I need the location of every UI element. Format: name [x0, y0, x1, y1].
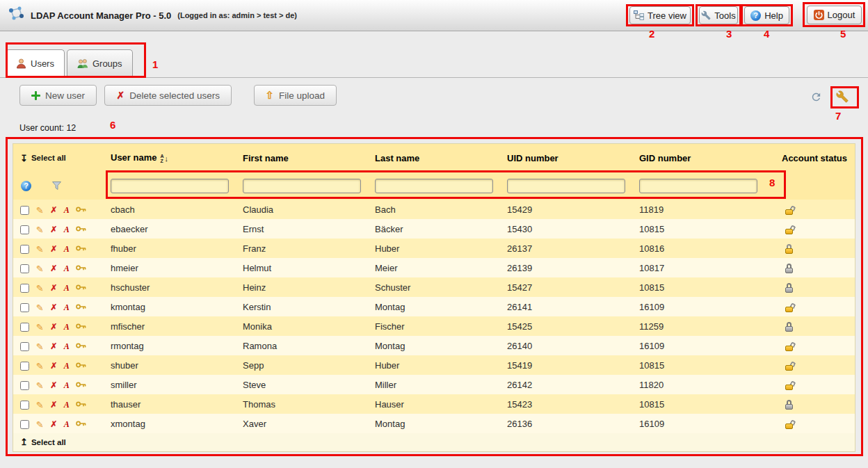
select-all-top[interactable]: ↧ Select all [20, 153, 66, 163]
delete-user-icon[interactable]: ✗ [50, 225, 57, 234]
row-checkbox[interactable] [20, 284, 29, 293]
logout-button[interactable]: Logout [807, 6, 862, 24]
password-key-icon[interactable] [76, 420, 86, 429]
password-key-icon[interactable] [76, 245, 86, 254]
row-checkbox[interactable] [20, 225, 29, 234]
account-status-icon[interactable] [784, 302, 795, 312]
password-key-icon[interactable] [76, 342, 86, 351]
tools-button[interactable]: Tools [699, 6, 738, 24]
password-key-icon[interactable] [76, 381, 86, 390]
col-header-gid-number[interactable]: GID number [637, 144, 780, 172]
filter-first-name-input[interactable] [243, 179, 361, 193]
row-checkbox[interactable] [20, 245, 29, 254]
select-all-bottom[interactable]: ↥ Select all [20, 437, 66, 447]
password-key-icon[interactable] [76, 323, 86, 332]
row-checkbox[interactable] [20, 206, 29, 215]
password-key-icon[interactable] [76, 206, 86, 215]
sort-icon[interactable]: AZ↓ [160, 154, 168, 163]
account-status-icon[interactable] [784, 341, 795, 351]
password-key-icon[interactable] [76, 362, 86, 371]
pdf-export-icon[interactable]: A [64, 323, 70, 332]
pdf-export-icon[interactable]: A [64, 264, 70, 273]
col-header-account-status[interactable]: Account status [780, 144, 855, 172]
pdf-export-icon[interactable]: A [64, 362, 70, 371]
edit-user-icon[interactable]: ✎ [36, 342, 44, 351]
edit-user-icon[interactable]: ✎ [36, 420, 44, 429]
delete-user-icon[interactable]: ✗ [50, 264, 57, 273]
col-header-user-name[interactable]: User nameAZ↓ [108, 144, 241, 172]
row-checkbox[interactable] [20, 381, 29, 390]
account-status-icon[interactable] [784, 283, 795, 293]
account-status-icon[interactable] [784, 400, 795, 410]
delete-user-icon[interactable]: ✗ [50, 284, 57, 293]
edit-user-icon[interactable]: ✎ [36, 362, 44, 371]
account-status-icon[interactable] [784, 225, 795, 234]
account-status-icon[interactable] [784, 419, 795, 429]
account-status-icon[interactable] [784, 244, 795, 254]
password-key-icon[interactable] [76, 303, 86, 312]
delete-selected-users-button[interactable]: ✗ Delete selected users [104, 85, 232, 106]
pdf-export-icon[interactable]: A [64, 284, 70, 293]
delete-user-icon[interactable]: ✗ [50, 303, 57, 312]
delete-user-icon[interactable]: ✗ [50, 362, 57, 371]
row-checkbox[interactable] [20, 264, 29, 273]
edit-user-icon[interactable]: ✎ [36, 284, 44, 293]
col-header-last-name[interactable]: Last name [373, 144, 505, 172]
tree-view-button[interactable]: Tree view [629, 6, 691, 24]
filter-gid-number-input[interactable] [639, 179, 757, 193]
edit-user-icon[interactable]: ✎ [36, 225, 44, 234]
row-checkbox[interactable] [20, 401, 29, 410]
account-status-icon[interactable] [784, 264, 795, 273]
account-status-icon[interactable] [784, 205, 795, 215]
file-upload-button[interactable]: ⇧ File upload [254, 85, 337, 106]
row-checkbox[interactable] [20, 303, 29, 312]
col-header-first-name[interactable]: First name [241, 144, 373, 172]
delete-user-icon[interactable]: ✗ [50, 245, 57, 254]
account-status-icon[interactable] [784, 361, 795, 371]
new-user-button[interactable]: New user [19, 85, 97, 106]
row-checkbox[interactable] [20, 323, 29, 332]
edit-user-icon[interactable]: ✎ [36, 264, 44, 273]
edit-user-icon[interactable]: ✎ [36, 206, 44, 215]
edit-user-icon[interactable]: ✎ [36, 245, 44, 254]
row-checkbox[interactable] [20, 420, 29, 429]
wrench-settings-icon[interactable] [836, 90, 849, 103]
delete-user-icon[interactable]: ✗ [50, 342, 57, 351]
password-key-icon[interactable] [76, 264, 86, 273]
delete-user-icon[interactable]: ✗ [50, 381, 57, 390]
filter-user-name-input[interactable] [111, 179, 229, 193]
pdf-export-icon[interactable]: A [64, 342, 70, 351]
edit-user-icon[interactable]: ✎ [36, 303, 44, 312]
help-button[interactable]: ? Help [744, 6, 789, 24]
pdf-export-icon[interactable]: A [64, 303, 70, 312]
delete-user-icon[interactable]: ✗ [50, 401, 57, 410]
filter-funnel-icon[interactable] [52, 181, 61, 190]
refresh-icon[interactable] [810, 91, 822, 103]
filter-last-name-input[interactable] [375, 179, 493, 193]
pdf-export-icon[interactable]: A [64, 381, 70, 390]
pdf-export-icon[interactable]: A [64, 245, 70, 254]
pdf-export-icon[interactable]: A [64, 401, 70, 410]
edit-user-icon[interactable]: ✎ [36, 401, 44, 410]
delete-user-icon[interactable]: ✗ [50, 420, 57, 429]
row-checkbox[interactable] [20, 342, 29, 351]
pdf-export-icon[interactable]: A [64, 206, 70, 215]
tab-users[interactable]: Users [6, 49, 65, 77]
password-key-icon[interactable] [76, 225, 86, 234]
first-name-cell: Xaver [241, 414, 373, 433]
tab-groups[interactable]: Groups [67, 49, 133, 77]
password-key-icon[interactable] [76, 401, 86, 410]
edit-user-icon[interactable]: ✎ [36, 323, 44, 332]
account-status-icon[interactable] [784, 322, 795, 332]
delete-user-icon[interactable]: ✗ [50, 206, 57, 215]
filter-help-icon[interactable]: ? [21, 181, 31, 191]
col-header-uid-number[interactable]: UID number [505, 144, 637, 172]
row-checkbox[interactable] [20, 362, 29, 371]
pdf-export-icon[interactable]: A [64, 225, 70, 234]
password-key-icon[interactable] [76, 284, 86, 293]
edit-user-icon[interactable]: ✎ [36, 381, 44, 390]
delete-user-icon[interactable]: ✗ [50, 323, 57, 332]
account-status-icon[interactable] [784, 380, 795, 390]
pdf-export-icon[interactable]: A [64, 420, 70, 429]
filter-uid-number-input[interactable] [507, 179, 625, 193]
